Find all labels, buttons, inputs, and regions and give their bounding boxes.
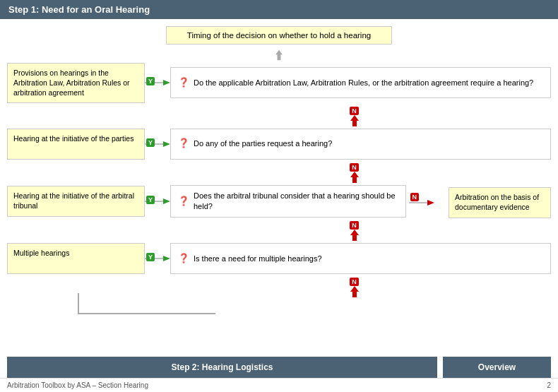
yellow-box-2: Hearing at the initiative of the parties: [7, 129, 145, 160]
question-box-1: ❓ Do the applicable Arbitration Law, Arb…: [170, 67, 551, 98]
footer-left: Arbitration Toolbox by ASA – Section Hea…: [7, 381, 148, 389]
badge-n-1: N: [350, 107, 359, 115]
yellow-box-1: Provisions on hearings in the Arbitratio…: [7, 63, 145, 103]
bottom-bar: Step 2: Hearing Logistics Overview: [7, 357, 551, 378]
question-box-4: ❓ Is there a need for multiple hearings?: [170, 243, 551, 274]
n-arrow-3: N: [158, 221, 551, 241]
flow-row-3: Hearing at the initiative of the arbitra…: [7, 185, 406, 218]
svg-marker-5: [163, 141, 170, 147]
yellow-box-1-text: Provisions on hearings in the Arbitratio…: [13, 69, 130, 97]
yellow-box-3: Hearing at the initiative of the arbitra…: [7, 186, 145, 217]
left-panel-2: Hearing at the initiative of the parties: [7, 129, 145, 160]
question-box-3: ❓ Does the arbitral tribunal consider th…: [170, 185, 406, 218]
main-content: Timing of the decision on whether to hol…: [0, 19, 558, 378]
step2-box[interactable]: Step 2: Hearing Logistics: [7, 357, 437, 378]
question-icon-3: ❓: [178, 195, 189, 208]
yellow-box-3-text: Hearing at the initiative of the arbitra…: [13, 191, 134, 210]
question-text-1: Do the applicable Arbitration Law, Arbit…: [194, 78, 533, 88]
footer-right: 2: [547, 381, 551, 389]
svg-marker-13: [163, 256, 170, 261]
yellow-box-2-text: Hearing at the initiative of the parties: [13, 134, 133, 143]
right-side-box: Arbitration on the basis of documentary …: [449, 187, 551, 218]
question-text-2: Do any of the parties request a hearing?: [194, 138, 332, 149]
badge-y-2: Y: [146, 138, 155, 147]
overview-box[interactable]: Overview: [443, 357, 551, 378]
badge-n-2: N: [350, 163, 359, 172]
page-wrapper: Step 1: Need for an Oral Hearing Timing …: [0, 0, 558, 392]
badge-n-4: N: [350, 278, 359, 286]
step-header: Step 1: Need for an Oral Hearing: [0, 0, 558, 19]
question-icon-4: ❓: [178, 252, 189, 265]
question-text-4: Is there a need for multiple hearings?: [194, 254, 322, 264]
flow-row-4: Multiple hearings Y ❓ Is there a need fo…: [7, 243, 551, 274]
question-icon-2: ❓: [178, 137, 189, 150]
badge-y-1: Y: [146, 77, 155, 85]
step2-label: Step 2: Hearing Logistics: [171, 362, 273, 372]
svg-marker-3: [350, 115, 359, 126]
timing-arrow-down: [7, 49, 551, 61]
flow-row-1: Provisions on hearings in the Arbitratio…: [7, 63, 551, 103]
overview-label: Overview: [478, 362, 516, 372]
question-icon-1: ❓: [178, 76, 189, 89]
timing-box-text: Timing of the decision on whether to hol…: [187, 31, 371, 40]
n-arrow-1: N: [158, 107, 551, 126]
question-box-2: ❓ Do any of the parties request a hearin…: [170, 129, 551, 160]
svg-marker-0: [275, 50, 283, 61]
svg-marker-2: [163, 80, 170, 85]
svg-marker-11: [350, 230, 359, 241]
top-box-row: Timing of the decision on whether to hol…: [7, 26, 551, 44]
step-header-title: Step 1: Need for an Oral Hearing: [8, 4, 150, 15]
yellow-box-4-text: Multiple hearings: [13, 249, 69, 257]
left-panel-1: Provisions on hearings in the Arbitratio…: [7, 63, 145, 103]
svg-marker-10: [427, 200, 434, 206]
timing-box: Timing of the decision on whether to hol…: [166, 26, 392, 44]
flow-rows-wrapper: Provisions on hearings in the Arbitratio…: [7, 63, 551, 354]
badge-y-4: Y: [146, 253, 155, 261]
question-text-3: Does the arbitral tribunal consider that…: [194, 191, 398, 213]
row-with-right-3: Hearing at the initiative of the arbitra…: [7, 185, 551, 221]
n-arrow-right-3: N: [409, 192, 444, 213]
svg-marker-6: [350, 172, 359, 183]
yellow-box-4: Multiple hearings: [7, 243, 145, 274]
page-footer: Arbitration Toolbox by ASA – Section Hea…: [0, 378, 558, 392]
badge-n-3: N: [350, 221, 359, 230]
left-panel-3: Hearing at the initiative of the arbitra…: [7, 186, 145, 217]
n-arrow-2: N: [158, 163, 551, 183]
n-arrow-4: N: [158, 278, 551, 297]
flow-row-2: Hearing at the initiative of the parties…: [7, 129, 551, 160]
badge-y-3: Y: [146, 196, 155, 204]
svg-marker-8: [163, 198, 170, 204]
left-panel-4: Multiple hearings: [7, 243, 145, 274]
arbitration-doc-box: Arbitration on the basis of documentary …: [449, 187, 551, 218]
svg-marker-14: [350, 286, 359, 297]
arbitration-doc-text: Arbitration on the basis of documentary …: [455, 193, 539, 211]
badge-n-3-right: N: [410, 193, 420, 201]
